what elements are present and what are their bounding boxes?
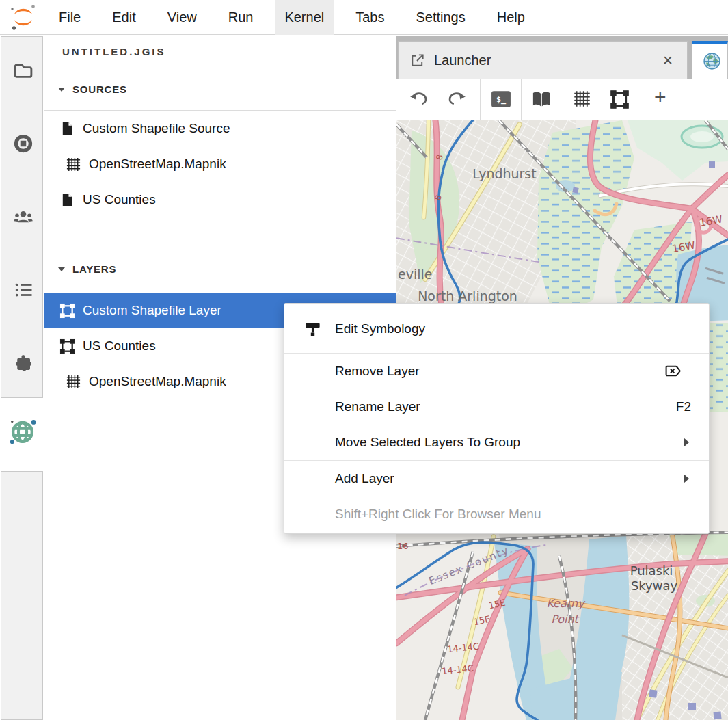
- sources-header-label: SOURCES: [72, 83, 127, 95]
- vector-polygon-toolbar-icon[interactable]: [610, 90, 630, 110]
- tab-jgis-active[interactable]: [692, 41, 728, 79]
- source-label: Custom Shapefile Source: [83, 121, 230, 136]
- menu-bar: File Edit View Run Kernel Tabs Settings …: [0, 0, 728, 35]
- menu-settings[interactable]: Settings: [406, 0, 474, 35]
- map-label: Skyway: [631, 578, 678, 593]
- menu-item-add-layer[interactable]: Add Layer: [284, 461, 709, 496]
- collapse-caret-icon: [58, 88, 65, 92]
- menu-item-edit-symbology[interactable]: Edit Symbology: [284, 305, 709, 353]
- sidebar-tab-group-top: [1, 36, 43, 398]
- collapse-caret-icon: [58, 267, 65, 271]
- menu-item-rename-layer[interactable]: Rename Layer F2: [284, 389, 709, 425]
- map-label: Point: [551, 613, 580, 626]
- source-label: OpenStreetMap.Mapnik: [89, 157, 226, 172]
- menu-item-label: Edit Symbology: [335, 321, 691, 336]
- panel-spacer: [44, 217, 396, 245]
- source-item-custom-shapefile[interactable]: Custom Shapefile Source: [44, 111, 396, 146]
- map-label: eville: [398, 267, 432, 282]
- menu-item-browser-menu-hint: Shift+Right Click For Browser Menu: [284, 496, 709, 532]
- raster-grid-icon: [66, 374, 81, 390]
- file-icon: [59, 121, 75, 137]
- layer-label: US Counties: [83, 338, 156, 354]
- menu-item-label: Shift+Right Click For Browser Menu: [304, 507, 691, 522]
- terminal-icon[interactable]: $_: [491, 90, 511, 110]
- menu-item-label: Move Selected Layers To Group: [304, 435, 684, 450]
- map-label: 16: [397, 541, 409, 551]
- sidebar-tab-group-bottom: [1, 471, 43, 720]
- raster-grid-toolbar-icon[interactable]: [573, 90, 593, 110]
- table-of-contents-icon[interactable]: [13, 280, 33, 300]
- layer-label: Custom Shapefile Layer: [83, 303, 221, 318]
- menu-item-remove-layer[interactable]: Remove Layer: [284, 354, 709, 389]
- add-button[interactable]: +: [654, 85, 666, 109]
- layer-context-menu: Edit Symbology Remove Layer Rename Layer…: [284, 303, 710, 534]
- menu-run[interactable]: Run: [219, 0, 263, 35]
- menu-shortcut: F2: [676, 399, 691, 414]
- toolbar-separator: [480, 79, 481, 120]
- close-icon[interactable]: ✕: [660, 51, 676, 70]
- toolbar-separator: [641, 79, 641, 120]
- map-label: Lyndhurst: [472, 166, 536, 181]
- jgis-globe-tab-icon: [703, 52, 721, 70]
- vector-polygon-icon: [59, 338, 75, 354]
- layers-section-header[interactable]: LAYERS: [44, 245, 396, 293]
- dock-tab-bar: Launcher ✕: [396, 36, 728, 79]
- redo-icon[interactable]: [446, 90, 467, 110]
- raster-grid-icon: [66, 157, 81, 172]
- layer-label: OpenStreetMap.Mapnik: [89, 374, 226, 389]
- sources-section-header[interactable]: SOURCES: [44, 68, 396, 111]
- menu-item-label: Rename Layer: [304, 399, 676, 414]
- menu-kernel[interactable]: Kernel: [275, 0, 334, 35]
- extensions-puzzle-icon[interactable]: [13, 353, 33, 373]
- menu-item-move-layers-to-group[interactable]: Move Selected Layers To Group: [284, 425, 709, 460]
- source-item-us-counties[interactable]: US Counties: [44, 182, 396, 217]
- vector-polygon-icon: [59, 303, 75, 319]
- layers-header-label: LAYERS: [72, 263, 116, 275]
- menu-help[interactable]: Help: [487, 0, 535, 35]
- book-icon[interactable]: [531, 90, 552, 110]
- users-icon[interactable]: [13, 206, 33, 227]
- toolbar-separator: [521, 79, 522, 120]
- jupyter-logo-icon: [8, 2, 38, 32]
- menu-tabs[interactable]: Tabs: [346, 0, 394, 35]
- submenu-arrow-icon: [684, 438, 689, 447]
- svg-text:$_: $_: [496, 94, 507, 105]
- menu-item-label: Add Layer: [304, 471, 684, 486]
- undo-icon[interactable]: [409, 90, 429, 110]
- source-item-osm-mapnik[interactable]: OpenStreetMap.Mapnik: [44, 146, 396, 182]
- jgis-globe-sidebar-icon[interactable]: [8, 416, 38, 447]
- submenu-arrow-icon: [684, 474, 689, 483]
- source-label: US Counties: [83, 192, 156, 207]
- file-icon: [59, 192, 75, 208]
- menu-view[interactable]: View: [158, 0, 206, 35]
- map-label: Pulaski: [630, 563, 673, 578]
- menu-item-label: Remove Layer: [304, 364, 664, 379]
- paint-roller-icon: [304, 320, 322, 338]
- tab-launcher[interactable]: Launcher ✕: [398, 41, 688, 79]
- launcher-icon: [409, 53, 425, 68]
- map-label: North Arlington: [418, 289, 517, 304]
- tab-label: Launcher: [434, 53, 660, 68]
- menu-edit[interactable]: Edit: [103, 0, 145, 35]
- map-label: Kearny: [546, 597, 586, 610]
- folder-icon[interactable]: [13, 60, 33, 81]
- menu-file[interactable]: File: [49, 0, 90, 35]
- panel-title: UNTITLED.JGIS: [44, 36, 396, 68]
- map-toolbar: $_ +: [396, 79, 728, 120]
- remove-tag-icon: [664, 362, 683, 381]
- running-kernels-icon[interactable]: [13, 133, 33, 154]
